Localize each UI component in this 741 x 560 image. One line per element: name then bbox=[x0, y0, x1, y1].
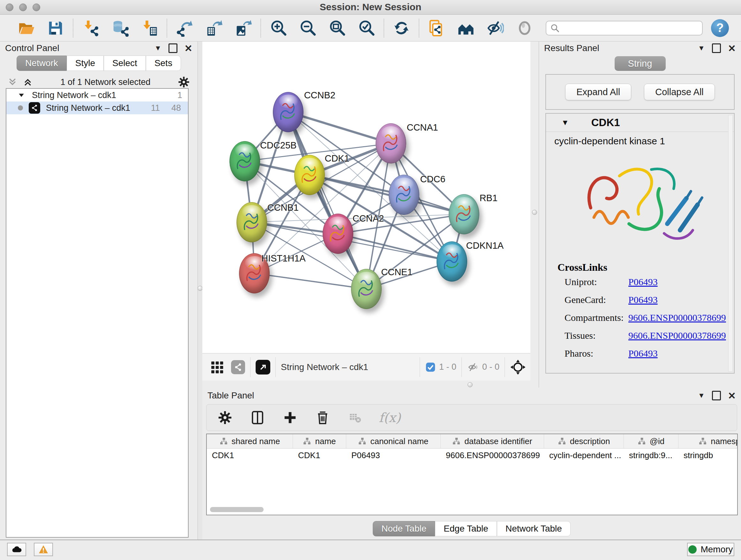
network-node-CDC6[interactable] bbox=[389, 175, 419, 215]
tab-string[interactable]: String bbox=[615, 56, 666, 71]
hidden-eye-icon[interactable] bbox=[467, 362, 479, 373]
grid-view-icon[interactable] bbox=[208, 358, 226, 376]
genecard-link[interactable]: P06493 bbox=[628, 294, 658, 305]
zoom-fit-button[interactable] bbox=[328, 19, 346, 37]
tab-network[interactable]: Network bbox=[17, 56, 67, 71]
tree-expand-icon[interactable] bbox=[18, 91, 25, 99]
column-header-description[interactable]: description bbox=[544, 434, 624, 448]
column-header-namespace[interactable]: namespace bbox=[678, 434, 738, 448]
collapse-all-button[interactable]: Collapse All bbox=[644, 84, 715, 100]
table-cell[interactable]: P06493 bbox=[346, 449, 441, 462]
column-header-shared-name[interactable]: shared name bbox=[207, 434, 293, 448]
pharos-link[interactable]: P06493 bbox=[628, 348, 658, 359]
tab-select[interactable]: Select bbox=[104, 56, 146, 71]
column-header-database-identifier[interactable]: database identifier bbox=[441, 434, 544, 448]
expand-all-button[interactable]: Expand All bbox=[565, 84, 631, 100]
import-network-from-database-button[interactable] bbox=[111, 19, 129, 37]
table-cell[interactable]: CDK1 bbox=[293, 449, 346, 462]
tab-edge-table[interactable]: Edge Table bbox=[435, 521, 497, 537]
network-node-CCNB1[interactable] bbox=[237, 202, 267, 242]
network-view-type-icon[interactable] bbox=[231, 360, 245, 374]
minimize-window-button[interactable] bbox=[19, 3, 27, 11]
tab-network-table[interactable]: Network Table bbox=[497, 521, 570, 537]
export-network-button[interactable] bbox=[176, 19, 193, 37]
search-input[interactable] bbox=[563, 23, 698, 33]
compartments-link[interactable]: 9606.ENSP00000378699 bbox=[628, 312, 726, 323]
network-node-CCNA2[interactable] bbox=[323, 213, 353, 254]
selected-checkbox-icon[interactable] bbox=[425, 362, 436, 373]
table-panel-float-icon[interactable] bbox=[712, 391, 721, 400]
table-cell[interactable]: CDK1 bbox=[207, 449, 293, 462]
table-row[interactable]: CDK1CDK1P064939606.ENSP00000378699cyclin… bbox=[207, 449, 737, 462]
tab-style[interactable]: Style bbox=[67, 56, 104, 71]
results-panel-close-icon[interactable]: ✕ bbox=[728, 43, 736, 54]
network-node-CCNE1[interactable] bbox=[351, 269, 382, 309]
network-canvas[interactable]: CCNB2CCNA1CDC25BCDK1CDC6RB1CCNB1CCNA2CDK… bbox=[202, 42, 530, 353]
show-columns-icon[interactable] bbox=[249, 409, 266, 427]
control-panel-float-icon[interactable] bbox=[169, 44, 178, 53]
enhanced-graphics-toggle[interactable] bbox=[486, 19, 504, 37]
left-splitter[interactable] bbox=[198, 42, 202, 540]
tab-node-table[interactable]: Node Table bbox=[373, 521, 435, 537]
collapse-all-icon[interactable] bbox=[7, 77, 18, 87]
table-cell[interactable]: 9606.ENSP00000378699 bbox=[441, 449, 544, 462]
network-options-gear-icon[interactable] bbox=[178, 76, 190, 88]
table-options-gear-icon[interactable] bbox=[216, 409, 234, 427]
table-panel-collapse-icon[interactable]: ▼ bbox=[698, 391, 705, 400]
results-panel-collapse-icon[interactable]: ▼ bbox=[698, 44, 705, 52]
network-row-selected[interactable]: String Network – cdk1 11 48 bbox=[6, 102, 188, 114]
apply-layout-button[interactable] bbox=[393, 19, 410, 37]
network-node-RB1[interactable] bbox=[449, 194, 479, 234]
control-panel-close-icon[interactable]: ✕ bbox=[185, 43, 192, 54]
column-header-name[interactable]: name bbox=[293, 434, 346, 448]
right-splitter-handle[interactable] bbox=[532, 210, 537, 215]
copy-network-style-button[interactable] bbox=[428, 19, 446, 37]
control-panel-collapse-icon[interactable]: ▼ bbox=[154, 44, 161, 52]
network-node-CDC25B[interactable] bbox=[229, 141, 260, 181]
string-homes-icon[interactable] bbox=[457, 19, 475, 37]
import-network-button[interactable] bbox=[82, 19, 99, 37]
right-splitter[interactable] bbox=[530, 42, 539, 388]
column-header-canonical-name[interactable]: canonical name bbox=[346, 434, 441, 448]
toolbar-search-field[interactable] bbox=[546, 21, 703, 36]
warnings-button[interactable] bbox=[34, 543, 53, 556]
results-vertical-scrollbar[interactable] bbox=[728, 115, 733, 372]
gene-collapse-icon[interactable]: ▼ bbox=[561, 118, 569, 127]
network-collection-row[interactable]: String Network – cdk1 1 bbox=[6, 89, 188, 102]
table-cell[interactable]: cyclin-dependent ... bbox=[544, 449, 624, 462]
bottom-splitter-handle[interactable] bbox=[468, 382, 473, 387]
open-session-button[interactable] bbox=[17, 19, 35, 37]
memory-button[interactable]: Memory bbox=[687, 543, 734, 556]
zoom-in-button[interactable] bbox=[269, 19, 287, 37]
network-edge-HIST1H1A-CCNE1[interactable] bbox=[254, 273, 366, 289]
network-edge-CCNB2-CCNA1[interactable] bbox=[288, 112, 391, 144]
zoom-selected-button[interactable] bbox=[357, 19, 375, 37]
help-button[interactable]: ? bbox=[711, 19, 729, 37]
table-panel-close-icon[interactable]: ✕ bbox=[728, 390, 736, 401]
tissues-link[interactable]: 9606.ENSP00000378699 bbox=[628, 330, 726, 341]
results-panel-float-icon[interactable] bbox=[712, 44, 721, 53]
zoom-window-button[interactable] bbox=[32, 3, 40, 11]
network-node-CDK1[interactable] bbox=[294, 155, 325, 195]
network-node-CCNB2[interactable] bbox=[273, 92, 304, 132]
uniprot-link[interactable]: P06493 bbox=[628, 276, 658, 287]
detach-view-icon[interactable] bbox=[256, 360, 270, 374]
expand-all-icon[interactable] bbox=[22, 77, 33, 87]
tab-sets[interactable]: Sets bbox=[146, 56, 181, 71]
gene-section-header[interactable]: ▼ CDK1 bbox=[546, 114, 734, 132]
left-splitter-handle[interactable] bbox=[198, 286, 203, 291]
add-column-icon[interactable] bbox=[281, 409, 299, 427]
network-node-CCNA1[interactable] bbox=[376, 123, 406, 164]
table-cell[interactable]: stringdb:9... bbox=[624, 449, 678, 462]
cloud-status-button[interactable] bbox=[7, 543, 26, 556]
export-image-button[interactable] bbox=[234, 19, 252, 37]
table-horizontal-scrollbar[interactable] bbox=[210, 507, 264, 512]
table-cell[interactable]: stringdb bbox=[678, 449, 738, 462]
import-table-button[interactable] bbox=[140, 19, 158, 37]
birds-eye-view-icon[interactable] bbox=[510, 359, 526, 375]
close-window-button[interactable] bbox=[6, 3, 13, 11]
delete-column-icon[interactable] bbox=[314, 409, 332, 427]
column-header--id[interactable]: @id bbox=[624, 434, 678, 448]
network-node-CDKN1A[interactable] bbox=[436, 241, 467, 282]
zoom-out-button[interactable] bbox=[299, 19, 317, 37]
